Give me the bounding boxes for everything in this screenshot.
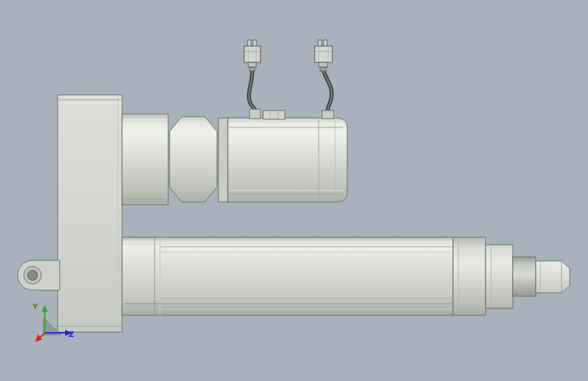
z-axis-label: Z	[68, 330, 74, 339]
model-canvas: Y Z	[0, 0, 588, 381]
motor-body	[228, 118, 347, 202]
connector-neck	[248, 62, 256, 67]
cable-crimp	[320, 67, 326, 71]
piston-rod	[513, 257, 536, 296]
connector-neck	[319, 62, 328, 67]
y-axis-label: Y	[32, 302, 39, 311]
motor-adapter	[170, 117, 217, 202]
front-cylinder	[486, 245, 513, 308]
cable-gland-2	[322, 111, 334, 119]
rear-housing-block	[58, 95, 122, 332]
clevis-mount	[18, 260, 60, 290]
motor-top-pad	[263, 111, 285, 119]
cable-crimp	[250, 67, 255, 71]
connector-housing	[315, 46, 332, 62]
motor-assembly	[122, 111, 347, 205]
clevis-hole	[28, 270, 38, 281]
connector-housing	[244, 46, 260, 62]
cable-gland-1	[250, 109, 260, 119]
gearbox-flange	[122, 114, 168, 205]
housing-face	[58, 95, 122, 332]
cad-viewport[interactable]: Y Z	[0, 0, 588, 381]
end-cap	[453, 237, 486, 315]
motor-front-flange	[218, 118, 228, 202]
actuator-tube	[122, 237, 453, 315]
